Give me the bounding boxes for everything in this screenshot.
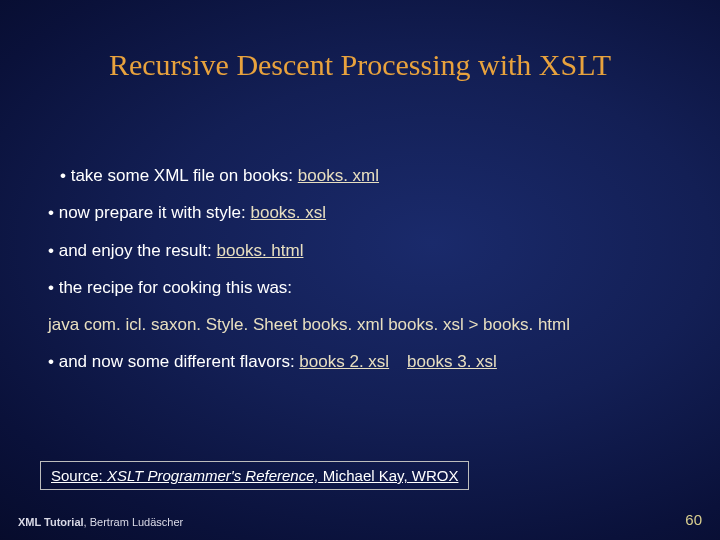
link-books-xsl[interactable]: books. xsl: [251, 203, 327, 222]
bullet-icon: •: [60, 166, 71, 185]
bullet-item: • now prepare it with style: books. xsl: [48, 202, 672, 223]
bullet-icon: •: [48, 241, 59, 260]
link-books-xml[interactable]: books. xml: [298, 166, 379, 185]
bullet-icon: •: [48, 203, 59, 222]
link-books3-xsl[interactable]: books 3. xsl: [407, 352, 497, 371]
bullet-item: • take some XML file on books: books. xm…: [48, 165, 672, 186]
page-number: 60: [685, 511, 702, 528]
bullet-icon: •: [48, 278, 59, 297]
slide-title: Recursive Descent Processing with XSLT: [0, 48, 720, 82]
source-prefix: Source:: [51, 467, 107, 484]
link-books-html[interactable]: books. html: [217, 241, 304, 260]
bullet-text: and now some different flavors:: [59, 352, 300, 371]
bullet-text: and enjoy the result:: [59, 241, 217, 260]
source-title: XSLT Programmer's Reference,: [107, 467, 319, 484]
bullet-item: • and now some different flavors: books …: [48, 351, 672, 372]
command-line: java com. icl. saxon. Style. Sheet books…: [48, 314, 672, 335]
slide-body: • take some XML file on books: books. xm…: [48, 165, 672, 389]
bullet-text: the recipe for cooking this was:: [59, 278, 292, 297]
source-citation: Source: XSLT Programmer's Reference, Mic…: [40, 461, 469, 490]
bullet-item: • the recipe for cooking this was:: [48, 277, 672, 298]
bullet-text: take some XML file on books:: [71, 166, 298, 185]
source-suffix: Michael Kay, WROX: [319, 467, 459, 484]
footer-series: XML Tutorial: [18, 516, 84, 528]
footer-author: , Bertram Ludäscher: [84, 516, 184, 528]
link-books2-xsl[interactable]: books 2. xsl: [299, 352, 389, 371]
footer-left: XML Tutorial, Bertram Ludäscher: [18, 516, 183, 528]
bullet-icon: •: [48, 352, 59, 371]
slide: Recursive Descent Processing with XSLT •…: [0, 0, 720, 540]
bullet-text: now prepare it with style:: [59, 203, 251, 222]
bullet-item: • and enjoy the result: books. html: [48, 240, 672, 261]
